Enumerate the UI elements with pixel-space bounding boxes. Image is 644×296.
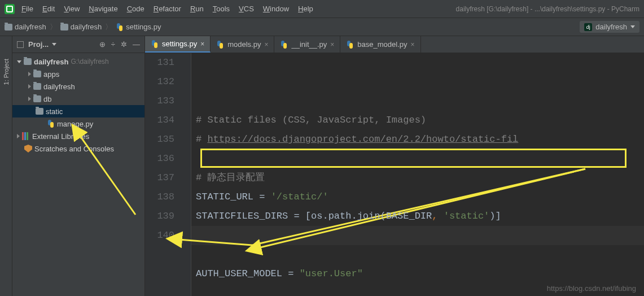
- menu-vcs[interactable]: VCS: [239, 5, 254, 13]
- editor-tab-__init__-py[interactable]: __init__.py×: [274, 36, 340, 53]
- tree-item-static[interactable]: static: [12, 105, 144, 117]
- code-line[interactable]: # Static files (CSS, JavaScript, Images): [196, 111, 644, 130]
- line-number: 135: [145, 130, 174, 149]
- tree-item-scratches-and-consoles[interactable]: Scratches and Consoles: [12, 142, 144, 155]
- scratch-icon: [24, 145, 32, 153]
- tree-item-label: db: [43, 95, 51, 103]
- run-config-label: dailyfresh: [595, 23, 627, 31]
- tree-item-db[interactable]: db: [12, 93, 144, 105]
- code-line[interactable]: [196, 284, 644, 296]
- line-number: 138: [145, 188, 174, 207]
- breadcrumb-item[interactable]: settings.py: [116, 23, 161, 31]
- close-icon[interactable]: ×: [264, 41, 268, 49]
- menu-help[interactable]: Help: [298, 5, 313, 13]
- menu-file[interactable]: File: [21, 5, 33, 13]
- editor-tab-base_model-py[interactable]: base_model.py×: [340, 36, 420, 53]
- tree-item-dailyfresh[interactable]: dailyfresh G:\dailyfresh: [12, 55, 144, 68]
- python-file-icon: [280, 41, 288, 49]
- code-line[interactable]: # https://docs.djangoproject.com/en/2.2/…: [196, 130, 644, 149]
- folder-icon: [36, 108, 43, 115]
- editor-area: settings.py×models.py×__init__.py×base_m…: [145, 36, 644, 296]
- tab-label: settings.py: [162, 40, 197, 48]
- tree-item-label: Scratches and Consoles: [34, 145, 114, 153]
- main-menu: FileEditViewNavigateCodeRefactorRunTools…: [21, 5, 313, 13]
- menu-window[interactable]: Window: [263, 5, 289, 13]
- chevron-down-icon: [17, 60, 21, 63]
- tree-item-external-libraries[interactable]: External Libraries: [12, 130, 144, 142]
- tree-item-label: External Libraries: [32, 132, 89, 141]
- tree-item-label: static: [46, 107, 63, 116]
- fold-gutter: [181, 53, 191, 296]
- code-line[interactable]: [196, 149, 644, 168]
- tab-label: __init__.py: [291, 40, 327, 49]
- menu-run[interactable]: Run: [190, 5, 204, 13]
- folder-icon: [33, 95, 41, 102]
- navigation-bar: dailyfresh〉dailyfresh〉settings.py dj dai…: [0, 18, 644, 36]
- code-line[interactable]: # 静态目录配置: [196, 168, 644, 188]
- editor-tabs: settings.py×models.py×__init__.py×base_m…: [145, 36, 644, 53]
- breadcrumb-item[interactable]: dailyfresh: [5, 23, 46, 31]
- code-editor[interactable]: 131132133134135136137138139140 # Static …: [145, 53, 644, 296]
- breadcrumb-separator: 〉: [50, 22, 57, 32]
- line-number: 137: [145, 168, 174, 188]
- title-bar: FileEditViewNavigateCodeRefactorRunTools…: [0, 0, 644, 18]
- line-number: 131: [145, 53, 174, 72]
- code-content[interactable]: # Static files (CSS, JavaScript, Images)…: [191, 53, 644, 296]
- project-tool-title[interactable]: Proj...: [28, 40, 56, 49]
- tree-item-label: dailyfresh: [34, 58, 68, 66]
- chevron-down-icon: [630, 25, 635, 28]
- chevron-right-icon: [28, 72, 31, 76]
- folder-icon: [60, 24, 68, 31]
- window-title: dailyfresh [G:\dailyfresh] - ...\dailyfr…: [456, 5, 639, 13]
- chevron-right-icon: [28, 84, 31, 89]
- folder-icon: [24, 58, 32, 65]
- breadcrumb-label: dailyfresh: [71, 23, 102, 31]
- code-line[interactable]: STATIC_URL = '/static/': [196, 188, 644, 207]
- code-line[interactable]: [196, 226, 644, 245]
- code-line[interactable]: AUTH_USER_MODEL = "user.User": [196, 264, 644, 284]
- folder-icon: [33, 71, 41, 77]
- collapse-icon[interactable]: ÷: [111, 40, 115, 49]
- hide-icon[interactable]: —: [133, 40, 140, 49]
- line-number: 134: [145, 111, 174, 130]
- project-tool-header: Proj... ⊕ ÷ ✲ —: [12, 36, 144, 53]
- line-number: 132: [145, 72, 174, 92]
- menu-view[interactable]: View: [64, 5, 80, 13]
- chevron-right-icon: [28, 97, 31, 101]
- breadcrumb-label: dailyfresh: [15, 23, 46, 31]
- close-icon[interactable]: ×: [330, 41, 334, 49]
- line-number: 136: [145, 149, 174, 168]
- tree-item-manage.py[interactable]: manage.py: [12, 117, 144, 130]
- breadcrumb-label: settings.py: [126, 23, 161, 31]
- code-line[interactable]: [196, 245, 644, 264]
- run-config-selector[interactable]: dj dailyfresh: [580, 21, 639, 33]
- breadcrumbs: dailyfresh〉dailyfresh〉settings.py: [5, 22, 161, 32]
- project-tree: dailyfresh G:\dailyfreshappsdailyfreshdb…: [12, 53, 144, 157]
- library-icon: [22, 132, 30, 140]
- menu-navigate[interactable]: Navigate: [89, 5, 117, 13]
- locate-icon[interactable]: ⊕: [99, 40, 106, 49]
- menu-code[interactable]: Code: [127, 5, 144, 13]
- menu-tools[interactable]: Tools: [213, 5, 230, 13]
- breadcrumb-separator: 〉: [105, 22, 112, 32]
- tree-item-apps[interactable]: apps: [12, 68, 144, 80]
- code-line[interactable]: STATICFILES_DIRS = [os.path.join(BASE_DI…: [196, 207, 644, 226]
- python-file-icon: [151, 40, 159, 48]
- breadcrumb-item[interactable]: dailyfresh: [60, 23, 102, 31]
- chevron-right-icon: [17, 134, 20, 138]
- django-icon: dj: [584, 23, 592, 31]
- editor-tab-models-py[interactable]: models.py×: [211, 36, 274, 53]
- close-icon[interactable]: ×: [200, 40, 204, 48]
- editor-tab-settings-py[interactable]: settings.py×: [145, 36, 211, 53]
- tab-label: models.py: [227, 40, 261, 49]
- python-file-icon: [216, 41, 224, 49]
- tree-item-dailyfresh[interactable]: dailyfresh: [12, 80, 144, 93]
- menu-edit[interactable]: Edit: [42, 5, 55, 13]
- settings-gear-icon[interactable]: ✲: [121, 40, 127, 49]
- line-number: 133: [145, 92, 174, 111]
- close-icon[interactable]: ×: [411, 41, 415, 49]
- project-tool-button[interactable]: 1: Project: [3, 59, 10, 85]
- menu-refactor[interactable]: Refactor: [154, 5, 181, 13]
- tree-item-label: apps: [43, 70, 59, 79]
- python-file-icon: [47, 120, 55, 128]
